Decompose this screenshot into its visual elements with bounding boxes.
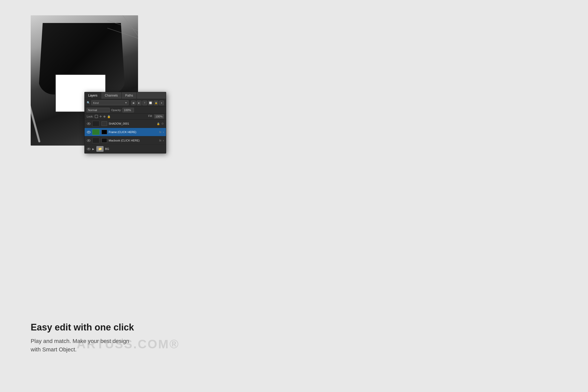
search-icon: 🔍 — [87, 101, 90, 104]
layer-fx-macbook: fx — [159, 139, 162, 142]
layer-name-bg: BG — [105, 147, 164, 150]
lock-move-icon[interactable]: ✛ — [99, 115, 102, 118]
layer-name-frame: Frame (CLICK HERE) — [109, 130, 158, 134]
layer-thumb-macbook — [92, 138, 99, 143]
layer-arrow-macbook: › — [163, 139, 164, 142]
layer-arrow-frame: › — [163, 130, 164, 134]
layer-thumb-shadow — [92, 121, 99, 126]
filter-shape-icon[interactable]: ⬜ — [148, 101, 153, 105]
layer-mask-shadow — [101, 121, 107, 126]
filter-effect-icon[interactable]: ● — [159, 101, 164, 105]
svg-line-0 — [107, 20, 138, 31]
subtext-line2: with Smart Object. — [31, 346, 77, 353]
lock-label: Lock: — [87, 115, 93, 118]
layer-thumb-frame — [92, 129, 99, 135]
eye-shape-macbook — [87, 139, 91, 142]
ps-lock-row: Lock: ✛ ⊕ 🔒 Fill: 100% — [85, 114, 166, 120]
filter-pixel-icon[interactable]: ▣ — [131, 101, 136, 105]
left-panel: Layers Channels Paths 🔍 Kind ▾ ▣ ◐ T ⬜ 🔒… — [0, 0, 194, 392]
eye-icon-shadow[interactable] — [87, 122, 91, 125]
eye-shape — [87, 123, 91, 125]
layer-name-shadow: SHADOW_0001 — [109, 122, 155, 125]
svg-line-2 — [123, 15, 138, 36]
layer-fx-frame: fx — [159, 130, 162, 134]
headline: Easy edit with one click — [31, 322, 159, 333]
watermark: ARTUSS.COM® — [77, 337, 179, 351]
layer-mask-frame — [101, 130, 107, 134]
photoshop-layers-panel: Layers Channels Paths 🔍 Kind ▾ ▣ ◐ T ⬜ 🔒… — [84, 92, 166, 153]
layer-name-macbook: Macbook (CLICK HERE) — [109, 139, 158, 142]
ps-search-row: 🔍 Kind ▾ ▣ ◐ T ⬜ 🔒 ● — [85, 99, 166, 107]
fill-label: Fill: — [148, 114, 153, 118]
layer-macbook[interactable]: Macbook (CLICK HERE) fx › — [85, 136, 166, 145]
fill-value[interactable]: 100% — [154, 114, 164, 118]
blend-mode-select[interactable]: Normal — [87, 108, 110, 112]
layer-chain-shadow: ⚙ — [161, 122, 164, 125]
folder-icon: 📁 — [96, 146, 104, 152]
tab-layers[interactable]: Layers — [85, 92, 101, 99]
search-kind-label: Kind — [93, 101, 99, 104]
filter-type-icon[interactable]: T — [142, 101, 147, 105]
opacity-label: Opacity: — [111, 109, 121, 112]
tab-paths[interactable]: Paths — [122, 92, 137, 99]
eye-icon-bg[interactable] — [87, 147, 91, 151]
ps-tabs: Layers Channels Paths — [85, 92, 166, 99]
opacity-value[interactable]: 100% — [122, 108, 134, 112]
layer-mask-macbook — [101, 138, 107, 143]
layer-frame[interactable]: Frame (CLICK HERE) fx › — [85, 128, 166, 136]
tab-channels[interactable]: Channels — [101, 92, 122, 99]
eye-icon-frame[interactable] — [87, 130, 91, 134]
lock-artboard-icon[interactable]: ⊕ — [103, 115, 106, 118]
geo-lines-left — [107, 15, 138, 46]
lock-icon[interactable] — [95, 115, 98, 118]
filter-adjust-icon[interactable]: ◐ — [137, 101, 141, 105]
lock-all-icon[interactable]: 🔒 — [107, 115, 111, 118]
chevron-down-icon: ▾ — [125, 101, 127, 104]
layer-lock-shadow: 🔒 — [157, 122, 160, 125]
layer-shadow-0001[interactable]: SHADOW_0001 🔒 ⚙ — [85, 120, 166, 128]
ps-filter-icons: ▣ ◐ T ⬜ 🔒 ● — [131, 101, 164, 105]
eye-shape-bg — [87, 148, 91, 150]
eye-icon-macbook[interactable] — [87, 139, 91, 142]
ps-opacity-row: Opacity: 100% — [111, 108, 134, 112]
eye-shape-frame — [87, 131, 91, 133]
ps-blend-row: Normal Opacity: 100% — [85, 107, 166, 114]
layer-bg-folder[interactable]: ▶ 📁 BG — [85, 145, 166, 153]
triangle-right-icon[interactable]: ▶ — [92, 148, 94, 150]
fill-row: Fill: 100% — [148, 114, 164, 118]
ps-search-box[interactable]: Kind ▾ — [91, 100, 129, 105]
filter-lock-icon[interactable]: 🔒 — [154, 101, 158, 105]
